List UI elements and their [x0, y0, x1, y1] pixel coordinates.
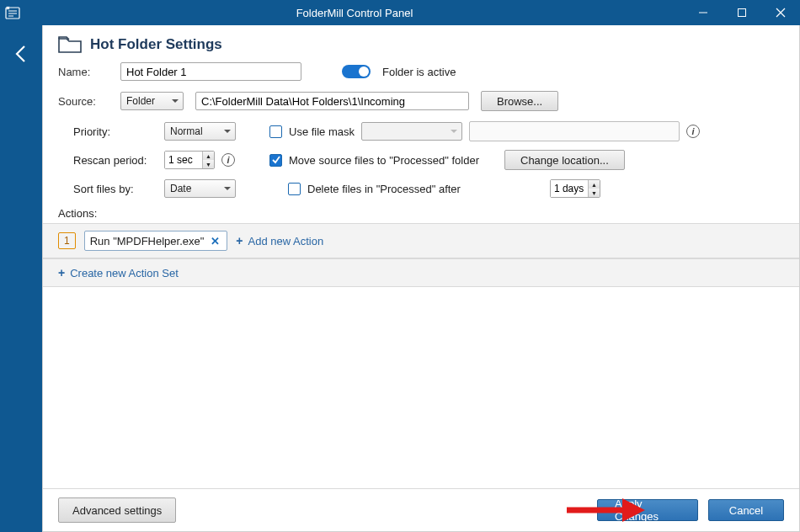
- stepper-up-icon[interactable]: ▲: [589, 180, 600, 189]
- name-label: Name:: [58, 66, 109, 78]
- delete-after-stepper[interactable]: ▲▼: [550, 179, 600, 198]
- cancel-button[interactable]: Cancel: [708, 499, 784, 521]
- svg-rect-2: [739, 9, 746, 17]
- priority-label: Priority:: [73, 125, 157, 138]
- mask-select[interactable]: [361, 122, 462, 141]
- info-icon[interactable]: i: [686, 125, 700, 138]
- action-set-row: 1 Run "MPDFHelper.exe" ✕ + Add new Actio…: [43, 223, 799, 258]
- name-input[interactable]: [120, 62, 301, 81]
- sort-select[interactable]: Date: [164, 179, 236, 198]
- create-action-set-button[interactable]: + Create new Action Set: [58, 266, 179, 279]
- left-rail: [0, 25, 42, 532]
- action-chip[interactable]: Run "MPDFHelper.exe" ✕: [84, 231, 228, 251]
- add-action-button[interactable]: + Add new Action: [236, 234, 323, 247]
- plus-icon: +: [236, 234, 243, 247]
- plus-icon: +: [58, 266, 65, 279]
- app-icon: [0, 0, 25, 25]
- page-title: Hot Folder Settings: [90, 36, 222, 53]
- priority-select[interactable]: Normal: [164, 122, 236, 141]
- remove-action-icon[interactable]: ✕: [209, 235, 221, 247]
- maximize-button[interactable]: [723, 0, 761, 25]
- active-toggle[interactable]: [342, 65, 371, 78]
- delete-after-label: Delete files in "Processed" after: [307, 183, 461, 195]
- source-path-input[interactable]: [195, 92, 469, 110]
- move-processed-checkbox[interactable]: [269, 154, 282, 167]
- active-label: Folder is active: [382, 66, 456, 78]
- info-icon[interactable]: i: [221, 153, 235, 167]
- use-mask-label: Use file mask: [289, 125, 355, 138]
- move-processed-label: Move source files to "Processed" folder: [289, 154, 479, 167]
- actions-label: Actions:: [43, 204, 799, 223]
- action-set-index: 1: [58, 232, 76, 249]
- rescan-label: Rescan period:: [73, 154, 157, 167]
- close-button[interactable]: [761, 0, 800, 25]
- footer: Advanced settings Apply Changes Cancel: [43, 488, 799, 531]
- browse-button[interactable]: Browse...: [481, 91, 558, 111]
- stepper-down-icon[interactable]: ▼: [203, 160, 214, 168]
- folder-icon: [58, 35, 82, 54]
- sort-label: Sort files by:: [73, 183, 157, 195]
- create-action-set-row: + Create new Action Set: [43, 258, 799, 287]
- stepper-up-icon[interactable]: ▲: [203, 152, 214, 160]
- change-location-button[interactable]: Change location...: [504, 150, 625, 170]
- source-type-select[interactable]: Folder: [120, 92, 184, 110]
- apply-changes-button[interactable]: Apply Changes: [597, 499, 698, 521]
- back-button[interactable]: [9, 42, 33, 66]
- use-mask-checkbox[interactable]: [269, 125, 282, 138]
- page-header: Hot Folder Settings: [43, 25, 799, 62]
- window-title: FolderMill Control Panel: [25, 7, 684, 19]
- rescan-stepper[interactable]: ▲▼: [164, 151, 215, 169]
- mask-text-input[interactable]: [469, 121, 680, 141]
- delete-after-checkbox[interactable]: [288, 183, 301, 195]
- advanced-settings-button[interactable]: Advanced settings: [58, 497, 176, 523]
- titlebar: FolderMill Control Panel: [0, 0, 800, 25]
- source-label: Source:: [58, 95, 109, 108]
- minimize-button[interactable]: [684, 0, 723, 25]
- stepper-down-icon[interactable]: ▼: [589, 189, 600, 197]
